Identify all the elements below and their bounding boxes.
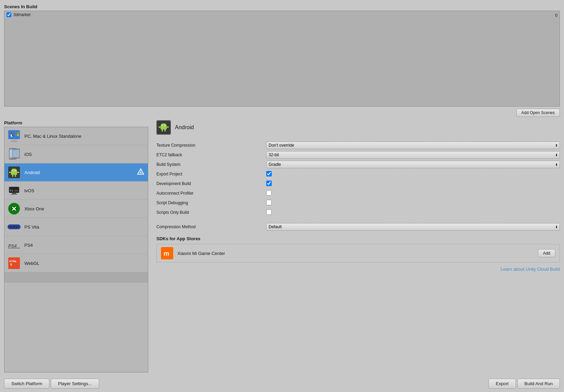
settings-grid: Texture Compression Don't override ETC E… — [156, 142, 560, 231]
build-system-select[interactable]: Gradle Internal ADT (legacy) — [266, 161, 560, 168]
svg-rect-41 — [13, 225, 15, 228]
add-open-scenes-button[interactable]: Add Open Scenes — [516, 109, 560, 117]
svg-text:HTML: HTML — [9, 260, 17, 263]
svg-text:🐧: 🐧 — [9, 132, 14, 137]
scene-index: 0 — [555, 13, 557, 18]
android-header: Android — [156, 120, 560, 135]
etc2-fallback-row: ETC2 fallback 32-bit 16-bit — [156, 151, 560, 159]
android-header-icon — [156, 120, 171, 135]
unity-logo-icon — [137, 168, 144, 177]
svg-point-52 — [165, 125, 166, 126]
platform-name-android: Android — [24, 170, 40, 175]
autoconnect-profiler-checkbox[interactable] — [266, 190, 272, 196]
svg-rect-13 — [13, 150, 19, 157]
scene-checkbox[interactable] — [7, 12, 11, 17]
etc2-fallback-label: ETC2 fallback — [156, 152, 266, 157]
bottom-bar: Switch Platform Player Settings... Expor… — [4, 375, 560, 392]
pc-icon: 🐧 — [7, 129, 21, 143]
scripts-only-build-checkbox[interactable] — [266, 209, 272, 215]
etc2-fallback-control: 32-bit 16-bit — [266, 151, 560, 159]
platform-name-ios: iOS — [24, 152, 32, 157]
mi-icon: m — [161, 247, 173, 259]
texture-compression-row: Texture Compression Don't override ETC E… — [156, 142, 560, 149]
sdk-name: Xiaomi Mi Game Center — [177, 251, 534, 256]
export-project-checkbox[interactable] — [266, 171, 272, 176]
scenes-box: 3dmarker 0 — [4, 11, 560, 107]
platform-item-android[interactable]: Android — [4, 163, 148, 182]
bottom-left-buttons: Switch Platform Player Settings... — [4, 379, 99, 389]
platform-name-tvos: tvOS — [24, 188, 34, 193]
svg-rect-50 — [161, 126, 167, 130]
psvita-icon — [7, 220, 21, 234]
svg-rect-16 — [11, 171, 17, 175]
development-build-label: Development Build — [156, 181, 266, 186]
script-debugging-row: Script Debugging — [156, 199, 560, 207]
export-project-control — [266, 171, 560, 177]
svg-point-17 — [12, 170, 13, 171]
export-project-row: Export Project — [156, 170, 560, 178]
svg-rect-58 — [167, 126, 169, 128]
platform-list-footer — [4, 272, 148, 283]
compression-method-select[interactable]: Default LZ4 LZ4HC — [266, 223, 560, 231]
svg-rect-57 — [158, 126, 161, 128]
texture-compression-select[interactable]: Don't override ETC ETC2 ASTC — [266, 142, 560, 149]
platform-item-ios[interactable]: iOS — [4, 145, 148, 163]
scene-name: 3dmarker — [13, 12, 31, 17]
platform-name-webgl: WebGL — [24, 261, 39, 266]
etc2-fallback-select[interactable]: 32-bit 16-bit — [266, 151, 560, 159]
ps4-icon: PS4 — [7, 238, 21, 252]
sdks-label: SDKs for App Stores — [156, 236, 560, 241]
svg-rect-4 — [15, 132, 17, 134]
scripts-only-build-row: Scripts Only Build — [156, 209, 560, 216]
svg-rect-30 — [12, 193, 16, 194]
platform-list-container: 🐧 PC, Mac & Linux Standalone — [4, 127, 148, 372]
platform-name-psvita: PS Vita — [24, 224, 39, 230]
settings-spacer — [156, 218, 560, 221]
svg-point-18 — [15, 170, 16, 171]
scripts-only-build-label: Scripts Only Build — [156, 210, 266, 215]
build-and-run-button[interactable]: Build And Run — [517, 379, 560, 389]
xbox-icon — [7, 202, 21, 216]
build-system-row: Build System Gradle Internal ADT (legacy… — [156, 161, 560, 168]
development-build-control — [266, 181, 560, 187]
build-system-control: Gradle Internal ADT (legacy) — [266, 161, 560, 168]
script-debugging-label: Script Debugging — [156, 200, 266, 205]
svg-rect-23 — [9, 172, 11, 173]
compression-method-control: Default LZ4 LZ4HC — [266, 223, 560, 231]
platform-name-ps4: PS4 — [24, 243, 33, 248]
svg-rect-22 — [15, 175, 16, 177]
svg-rect-21 — [12, 175, 13, 177]
development-build-checkbox[interactable] — [266, 181, 272, 186]
sdk-add-button[interactable]: Add — [538, 249, 555, 257]
svg-rect-40 — [16, 226, 19, 228]
platform-item-tvos[interactable]: TV OS tvOS — [4, 182, 148, 200]
platform-item-ps4[interactable]: PS4 PS4 — [4, 236, 148, 254]
platform-item-pc[interactable]: 🐧 PC, Mac & Linux Standalone — [4, 127, 148, 145]
svg-rect-47 — [4, 272, 148, 283]
scripts-only-build-control — [266, 209, 560, 216]
texture-compression-control: Don't override ETC ETC2 ASTC — [266, 142, 560, 149]
script-debugging-checkbox[interactable] — [266, 200, 272, 205]
platform-label: Platform — [4, 120, 148, 125]
export-button[interactable]: Export — [489, 379, 516, 389]
sdks-section: SDKs for App Stores m Xiaomi Mi Game Cen… — [156, 236, 560, 262]
svg-rect-5 — [17, 132, 19, 134]
cloud-build-link[interactable]: Learn about Unity Cloud Build — [501, 267, 560, 272]
switch-platform-button[interactable]: Switch Platform — [4, 379, 49, 389]
svg-rect-7 — [17, 134, 19, 136]
svg-text:m: m — [164, 250, 169, 257]
svg-rect-24 — [17, 172, 19, 173]
bottom-right-buttons: Export Build And Run — [489, 379, 560, 389]
platform-item-xbox[interactable]: Xbox One — [4, 200, 148, 218]
svg-rect-2 — [10, 141, 18, 142]
platform-list: 🐧 PC, Mac & Linux Standalone — [4, 127, 148, 372]
autoconnect-profiler-label: Autoconnect Profiler — [156, 191, 266, 196]
android-icon — [7, 166, 21, 179]
platform-item-psvita[interactable]: PS Vita — [4, 218, 148, 236]
svg-rect-39 — [10, 226, 12, 228]
player-settings-button[interactable]: Player Settings... — [51, 379, 99, 389]
tvos-icon: TV OS — [7, 184, 21, 197]
export-project-label: Export Project — [156, 172, 266, 176]
platform-item-webgl[interactable]: HTML 5 WebGL — [4, 254, 148, 272]
compression-method-row: Compression Method Default LZ4 LZ4HC — [156, 223, 560, 231]
